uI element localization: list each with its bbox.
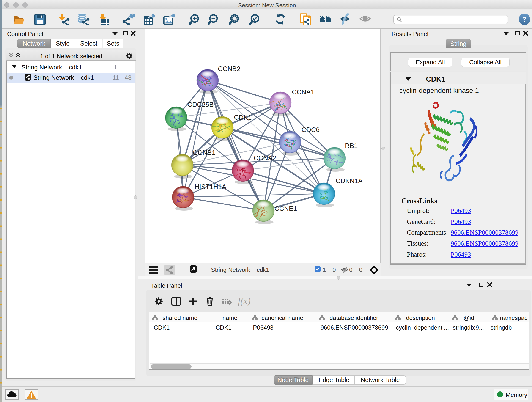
svg-text:CCNB2: CCNB2	[218, 65, 240, 72]
svg-text:RB1: RB1	[345, 142, 358, 149]
svg-text:CDC6: CDC6	[302, 126, 320, 133]
svg-text:CCNA2: CCNA2	[254, 154, 276, 162]
svg-text:HIST1H1A: HIST1H1A	[195, 183, 226, 191]
svg-text:CDKN1A: CDKN1A	[336, 177, 363, 185]
svg-text:CDC25B: CDC25B	[187, 101, 214, 108]
svg-text:CCNE1: CCNE1	[274, 205, 297, 212]
svg-text:CCNB1: CCNB1	[193, 149, 215, 156]
svg-text:CDK1: CDK1	[234, 114, 252, 121]
svg-text:CCNA1: CCNA1	[292, 88, 314, 96]
